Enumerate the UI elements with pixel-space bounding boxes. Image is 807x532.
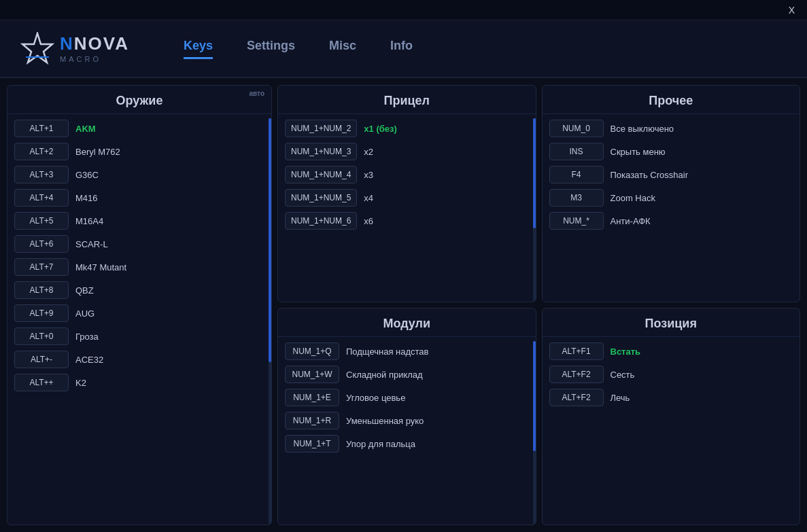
key-button[interactable]: NUM_1+E [285,389,339,406]
list-item: NUM_* Анти-АФК [549,212,793,230]
list-item: ALT+0 Гроза [14,327,264,345]
key-button[interactable]: ALT+F1 [549,342,604,360]
scope-label: x1 (без) [364,124,396,134]
panel-scope-header: Прицел [278,86,536,114]
logo-text: NNOVA MACRO [60,34,129,63]
weapon-label: ACE32 [75,355,103,365]
list-item: ALT+9 AUG [14,304,264,322]
list-item: ALT+7 Mk47 Mutant [14,258,264,276]
scope-scrollbar [533,118,536,302]
key-button[interactable]: INS [549,143,604,160]
other-label: Анти-АФК [611,216,651,226]
close-button[interactable]: X [785,3,799,17]
key-button[interactable]: NUM_0 [549,120,604,137]
scope-scrollbar-thumb [533,118,536,228]
list-item: ALT+3 G36C [14,166,264,183]
list-item: NUM_1+T Упор для пальца [285,435,529,453]
list-item: ALT+8 QBZ [14,281,264,299]
panel-scope-body[interactable]: NUM_1+NUM_2 x1 (без) NUM_1+NUM_3 x2 NUM_… [278,114,536,302]
list-item: NUM_1+NUM_5 x4 [285,189,529,207]
panel-weapons-body[interactable]: ALT+1 AKM ALT+2 Beryl M762 ALT+3 G36C AL… [7,114,271,525]
scope-label: x2 [364,147,373,157]
tab-settings[interactable]: Settings [247,39,295,59]
key-button[interactable]: ALT+- [14,351,69,368]
list-item: NUM_1+NUM_3 x2 [285,143,529,160]
panel-modules-body[interactable]: NUM_1+Q Подщечная надстав NUM_1+W Складн… [278,337,536,525]
weapons-scrollbar [269,118,271,525]
panel-other-header: Прочее [543,86,800,114]
list-item: ALT+1 AKM [14,120,264,137]
weapon-label: AKM [75,124,96,134]
list-item: NUM_1+W Складной приклад [285,366,529,383]
list-item: ALT+- ACE32 [14,351,264,368]
key-button[interactable]: NUM_1+NUM_6 [285,212,357,230]
panel-modules-header: Модули [278,308,536,337]
other-label: Скрыть меню [611,147,666,157]
key-button[interactable]: ALT+F2 [549,389,604,406]
position-label: Сесть [611,370,635,380]
list-item: NUM_1+Q Подщечная надстав [285,342,529,360]
list-item: ALT+5 M16A4 [14,212,264,230]
key-button[interactable]: ALT+2 [14,143,69,160]
logo-macro: MACRO [60,55,129,63]
key-button[interactable]: ALT+8 [14,281,69,299]
module-label: Складной приклад [346,370,423,380]
logo-star-icon [20,32,54,66]
key-button[interactable]: NUM_1+NUM_5 [285,189,357,207]
list-item: ALT+F2 Сесть [549,366,793,383]
key-button[interactable]: NUM_1+Q [285,342,339,360]
panel-other-body[interactable]: NUM_0 Все выключено INS Скрыть меню F4 П… [543,114,800,302]
key-button[interactable]: ALT+6 [14,235,69,253]
key-button[interactable]: ALT+0 [14,327,69,345]
module-label: Подщечная надстав [346,347,429,357]
key-button[interactable]: ALT+5 [14,212,69,230]
other-label: Zoom Hack [611,193,655,203]
panel-position: Позиция ALT+F1 Встать ALT+F2 Сесть ALT+F… [542,308,801,525]
key-button[interactable]: M3 [549,189,604,207]
key-button[interactable]: ALT+F2 [549,366,604,383]
key-button[interactable]: ALT+9 [14,304,69,322]
weapon-label: M416 [75,193,98,203]
key-button[interactable]: NUM_1+T [285,435,339,453]
weapon-label: AUG [75,308,95,319]
weapon-label: QBZ [75,285,94,296]
key-button[interactable]: NUM_1+W [285,366,339,383]
key-button[interactable]: ALT+4 [14,189,69,207]
tab-misc[interactable]: Misc [329,39,356,59]
key-button[interactable]: ALT+3 [14,166,69,183]
key-button[interactable]: ALT+1 [14,120,69,137]
tab-keys[interactable]: Keys [184,39,213,59]
key-button[interactable]: NUM_* [549,212,604,230]
list-item: NUM_1+NUM_2 x1 (без) [285,120,529,137]
key-button[interactable]: F4 [549,166,604,183]
key-button[interactable]: NUM_1+NUM_4 [285,166,357,183]
weapon-label: G36C [75,170,99,180]
key-button[interactable]: NUM_1+NUM_2 [285,120,357,137]
weapon-label: K2 [75,378,86,388]
panel-modules: Модули NUM_1+Q Подщечная надстав NUM_1+W… [277,308,536,525]
tab-info[interactable]: Info [390,39,413,59]
list-item: ALT++ K2 [14,374,264,391]
list-item: NUM_1+NUM_6 x6 [285,212,529,230]
list-item: NUM_1+NUM_4 x3 [285,166,529,183]
modules-scrollbar [533,341,536,525]
position-label: Лечь [611,393,630,403]
key-button[interactable]: NUM_1+NUM_3 [285,143,357,160]
panel-position-header: Позиция [543,308,800,337]
key-button[interactable]: ALT++ [14,374,69,391]
logo-nova: NNOVA [60,34,129,54]
panel-position-body[interactable]: ALT+F1 Встать ALT+F2 Сесть ALT+F2 Лечь [543,337,800,525]
list-item: NUM_0 Все выключено [549,120,793,137]
weapons-scrollbar-thumb [269,118,271,362]
weapon-label: M16A4 [75,216,103,226]
panel-scope: Прицел NUM_1+NUM_2 x1 (без) NUM_1+NUM_3 … [277,85,536,302]
other-label: Все выключено [611,124,674,134]
list-item: ALT+6 SCAR-L [14,235,264,253]
list-item: F4 Показать Crosshair [549,166,793,183]
weapon-label: Mk47 Mutant [75,262,126,272]
svg-marker-0 [22,33,52,63]
key-button[interactable]: NUM_1+R [285,412,339,429]
logo: NNOVA MACRO [20,32,129,66]
title-bar: X [0,0,807,20]
key-button[interactable]: ALT+7 [14,258,69,276]
